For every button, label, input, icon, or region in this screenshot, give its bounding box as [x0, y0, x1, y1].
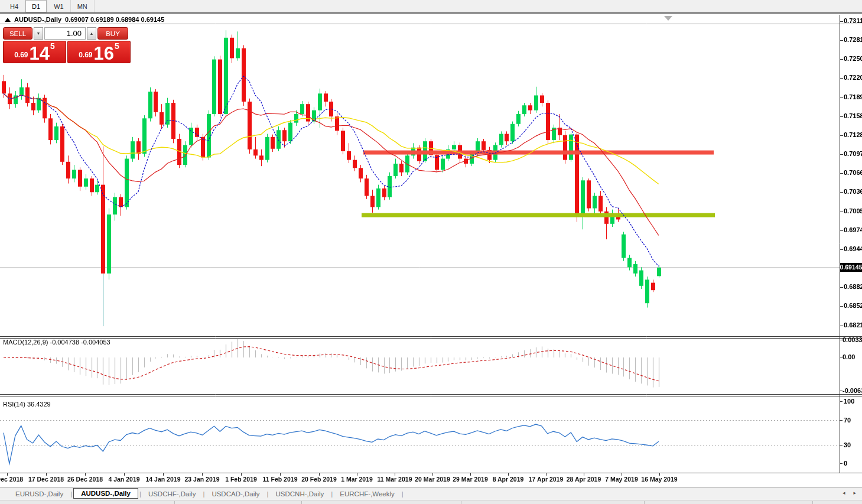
- tab-separator: |: [267, 490, 269, 498]
- date-axis-label: 28 Apr 2019: [567, 476, 601, 483]
- date-axis-label: 11 Feb 2019: [263, 476, 298, 483]
- price-axis-label: 0.71280: [844, 131, 862, 138]
- one-click-trade-panel: SELL ▼ ▲ BUY 0.69 14 5 0.69 16 5: [3, 27, 132, 63]
- sell-price-prefix: 0.69: [14, 51, 28, 59]
- tab-separator: |: [139, 490, 141, 498]
- timeframe-tab-d1[interactable]: D1: [25, 0, 47, 12]
- timeframe-tab-mn[interactable]: MN: [71, 0, 95, 12]
- macd-axis-label: 0.003319: [843, 336, 862, 343]
- price-axis-label: 0.72810: [844, 36, 862, 43]
- timeframe-tab-w1[interactable]: W1: [47, 0, 71, 12]
- macd-axis-label: -0.006325: [843, 387, 862, 394]
- date-axis-label: 7 May 2019: [605, 476, 637, 483]
- tab-scroll-controls: ◂ ▸: [843, 490, 856, 496]
- price-axis-label: 0.70050: [844, 207, 862, 214]
- tab-separator: |: [70, 490, 72, 498]
- chart-tab-eurusd[interactable]: EURUSD-,Daily: [9, 489, 69, 499]
- date-axis-label: 1 Mar 2019: [341, 476, 373, 483]
- chart-ohlc: 0.69007 0.69189 0.68984 0.69145: [65, 16, 164, 23]
- macd-axis-label: 0.00: [843, 353, 855, 360]
- sell-price-big: 14: [30, 45, 50, 62]
- buy-button[interactable]: BUY: [97, 27, 128, 40]
- buy-price-big: 16: [94, 45, 114, 62]
- chart-tab-eurchf[interactable]: EURCHF-,Weekly: [334, 489, 400, 499]
- price-chart-canvas[interactable]: [0, 0, 862, 504]
- price-axis-label: 0.70970: [844, 150, 862, 157]
- date-axis-label: 23 Jan 2019: [185, 476, 220, 483]
- status-separator: [461, 501, 461, 504]
- date-axis-label: 17 Dec 2018: [28, 476, 64, 483]
- tab-scroll-right-icon[interactable]: ▸: [853, 490, 856, 496]
- price-axis-label: 0.68210: [844, 321, 862, 329]
- volume-down-button[interactable]: ▼: [34, 27, 43, 40]
- price-axis-label: 0.69440: [844, 245, 862, 252]
- price-axis-label: 0.73115: [844, 17, 862, 24]
- volume-up-button[interactable]: ▲: [87, 27, 96, 40]
- status-separator: [174, 501, 175, 504]
- rsi-axis-label: 100: [844, 398, 854, 405]
- status-bar: [0, 500, 862, 504]
- current-price-label: 0.69145: [840, 263, 862, 272]
- tab-scroll-left-icon[interactable]: ◂: [843, 490, 845, 496]
- price-axis-label: 0.72505: [844, 55, 862, 62]
- volume-input[interactable]: [44, 27, 86, 40]
- price-axis-label: 0.70665: [844, 169, 862, 176]
- chart-title: AUDUSD-,Daily 0.69007 0.69189 0.68984 0.…: [5, 16, 164, 23]
- chart-tab-usdcnh[interactable]: USDCNH-,Daily: [270, 489, 330, 499]
- date-axis-label: 7 Dec 2018: [0, 476, 23, 483]
- price-axis-label: 0.71890: [844, 93, 862, 100]
- buy-price-prefix: 0.69: [79, 51, 92, 59]
- trade-prices-row: 0.69 14 5 0.69 16 5: [3, 41, 132, 63]
- price-axis-label: 0.68825: [844, 283, 862, 290]
- price-axis-label: 0.72200: [844, 74, 862, 81]
- date-axis-label: 16 May 2019: [641, 476, 677, 483]
- sell-button[interactable]: SELL: [3, 27, 32, 40]
- date-axis-label: 14 Jan 2019: [146, 476, 181, 483]
- date-axis-label: 8 Apr 2019: [493, 476, 524, 483]
- chart-tab-bar: EURUSD-,Daily|AUDUSD-,Daily|USDCHF-,Dail…: [0, 487, 862, 500]
- rsi-axis-label: 0: [844, 460, 847, 467]
- rsi-axis-label: 30: [844, 441, 851, 448]
- timeframe-toolbar: H4D1W1MN: [0, 0, 862, 14]
- date-axis-label: 17 Apr 2019: [529, 476, 564, 483]
- chart-marker-icon: [664, 16, 672, 21]
- rsi-indicator-label: RSI(14) 36.4329: [3, 401, 51, 408]
- date-axis-label: 4 Jan 2019: [108, 476, 139, 483]
- sell-price-sup: 5: [50, 41, 55, 51]
- date-axis-label: 29 Mar 2019: [453, 476, 488, 483]
- sell-price-box[interactable]: 0.69 14 5: [3, 41, 66, 63]
- date-axis-label: 11 Mar 2019: [378, 476, 412, 483]
- tab-separator: |: [203, 490, 204, 498]
- chart-symbol: AUDUSD-,Daily: [14, 16, 61, 23]
- chart-tab-usdcad[interactable]: USDCAD-,Daily: [206, 489, 265, 499]
- buy-price-sup: 5: [115, 41, 119, 51]
- timeframe-tabs: H4D1W1MN: [4, 0, 95, 12]
- date-axis-label: 26 Dec 2018: [67, 476, 103, 483]
- timeframe-tab-h4[interactable]: H4: [4, 0, 25, 12]
- chart-tab-audusd[interactable]: AUDUSD-,Daily: [73, 488, 138, 499]
- date-axis-label: 1 Feb 2019: [225, 476, 257, 483]
- status-separator: [301, 501, 302, 504]
- buy-price-box[interactable]: 0.69 16 5: [67, 41, 131, 63]
- tab-separator: |: [402, 490, 404, 498]
- date-axis-label: 20 Mar 2019: [415, 476, 450, 483]
- price-axis-label: 0.70360: [844, 188, 862, 195]
- macd-indicator-label: MACD(12,26,9) -0.004738 -0.004053: [3, 339, 110, 346]
- status-separator: [812, 501, 813, 504]
- price-axis-label: 0.71585: [844, 112, 862, 119]
- chart-tab-usdchf[interactable]: USDCHF-,Daily: [142, 489, 202, 499]
- price-axis-label: 0.68520: [844, 302, 862, 309]
- trade-controls-row: SELL ▼ ▲ BUY: [3, 27, 132, 40]
- price-axis-label: 0.69745: [844, 226, 862, 233]
- symbol-triangle-icon: [5, 18, 11, 22]
- rsi-axis-label: 70: [844, 417, 851, 424]
- status-separator: [644, 501, 645, 504]
- chart-tabs: EURUSD-,Daily|AUDUSD-,Daily|USDCHF-,Dail…: [9, 489, 405, 499]
- tab-separator: |: [331, 490, 333, 498]
- date-axis-label: 20 Feb 2019: [301, 476, 337, 483]
